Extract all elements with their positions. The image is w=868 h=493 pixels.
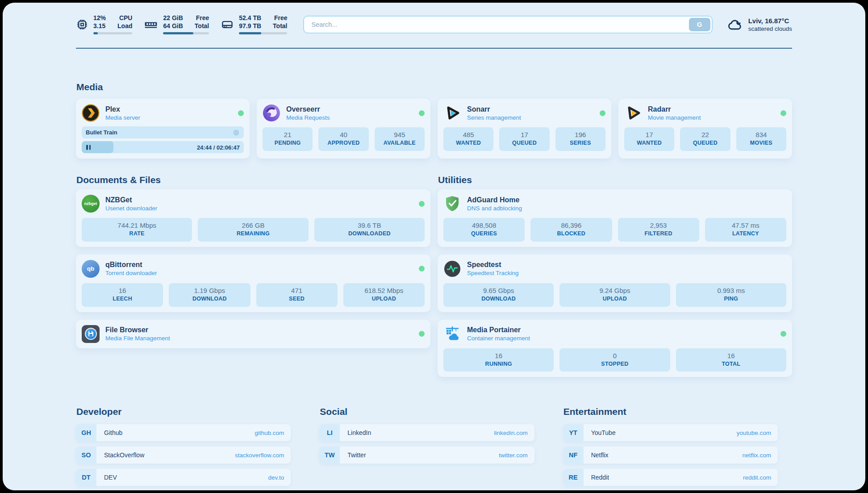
app-card-adguard[interactable]: AdGuard Home DNS and adblocking 498,508Q… [438, 189, 792, 247]
adguard-icon [443, 195, 461, 213]
stat-box: 17WANTED [624, 127, 674, 151]
system-metrics: 12% 3.15 CPU Load [76, 14, 287, 34]
app-name: NZBGet [105, 196, 157, 204]
stat-box: 16LEECH [82, 283, 163, 307]
status-dot [780, 110, 786, 116]
search-input[interactable] [303, 16, 712, 33]
bookmark-name: YouTube [591, 424, 616, 441]
bookmark-name: Twitter [347, 447, 366, 464]
ram-free-value: 22 GiB [163, 14, 183, 22]
stat-box: 618.52 MbpsUPLOAD [343, 283, 425, 307]
filebrowser-icon [82, 325, 100, 343]
stat-box: 47.57 msLATENCY [705, 218, 786, 242]
disk-icon [221, 18, 234, 31]
section-title-entertainment: Entertainment [563, 406, 778, 417]
app-name: qBittorrent [105, 261, 157, 269]
stat-box: 2,953FILTERED [618, 218, 699, 242]
app-card-radarr[interactable]: Radarr Movie management 17WANTED 22QUEUE… [618, 99, 792, 159]
stat-box: 86,396BLOCKED [530, 218, 612, 242]
app-card-speedtest[interactable]: Speedtest Speedtest Tracking 9.65 GbpsDO… [438, 255, 792, 312]
app-card-filebrowser[interactable]: File Browser Media File Management [76, 320, 430, 348]
bookmark-dev[interactable]: DT DEV dev.to [76, 469, 291, 486]
app-card-portainer[interactable]: Media Portainer Container management 16R… [438, 320, 792, 377]
app-subtitle: Usenet downloader [105, 205, 157, 212]
stat-box: 266 GBREMAINING [198, 218, 308, 242]
bookmark-reddit[interactable]: RE Reddit reddit.com [563, 469, 778, 486]
stat-box: 9.65 GbpsDOWNLOAD [443, 283, 554, 307]
bookmark-url: dev.to [268, 469, 284, 486]
status-dot [419, 110, 425, 116]
bookmark-linkedin[interactable]: LI LinkedIn linkedin.com [319, 424, 534, 441]
status-dot [419, 266, 425, 272]
disk-total-label: Total [273, 22, 287, 30]
section-title-media: Media [76, 82, 792, 92]
bookmark-group-developer: Developer GH Github github.com SO StackO… [76, 406, 291, 486]
stat-box: 834MOVIES [736, 127, 786, 151]
app-subtitle: Media server [105, 114, 140, 121]
stat-box: 0.993 msPING [676, 283, 786, 307]
bookmark-name: Netflix [591, 447, 609, 464]
app-subtitle: Series management [467, 114, 521, 121]
app-card-overseerr[interactable]: Overseerr Media Requests 21PENDING 40APP… [257, 99, 430, 159]
playback-time: 24:44 / 02:06:47 [197, 144, 240, 150]
stat-box: 39.6 TBDOWNLOADED [314, 218, 425, 242]
bookmark-url: linkedin.com [494, 424, 528, 441]
app-card-nzbget[interactable]: nzbget NZBGet Usenet downloader 744.21 M… [76, 189, 430, 247]
stat-box: 40APPROVED [318, 127, 368, 151]
app-name: Sonarr [467, 105, 521, 113]
app-card-plex[interactable]: Plex Media server Bullet Train 24:44 / 0… [76, 99, 250, 159]
stat-box: 945AVAILABLE [375, 127, 425, 151]
cloud-icon [726, 16, 743, 33]
ram-progress-track [163, 32, 209, 34]
radarr-icon [624, 104, 642, 122]
stat-box: 498,508QUERIES [443, 218, 525, 242]
stat-box: 744.21 MbpsRATE [82, 218, 192, 242]
bookmark-group-entertainment: Entertainment YT YouTube youtube.com NF … [563, 406, 778, 486]
bookmark-url: youtube.com [737, 424, 771, 441]
cpu-load-label: Load [117, 22, 132, 30]
disk-progress-track [239, 32, 287, 34]
bookmark-name: DEV [104, 469, 117, 486]
topbar-divider [76, 48, 792, 49]
bookmark-url: netflix.com [742, 447, 771, 464]
sonarr-icon [443, 104, 461, 122]
bookmark-stackoverflow[interactable]: SO StackOverflow stackoverflow.com [76, 447, 291, 464]
app-subtitle: Movie management [648, 114, 701, 121]
bookmark-url: github.com [255, 424, 284, 441]
now-playing-title: Bullet Train [86, 129, 117, 136]
app-card-sonarr[interactable]: Sonarr Series management 485WANTED 17QUE… [438, 99, 611, 159]
session-info-icon[interactable] [233, 129, 240, 136]
cpu-progress-fill [93, 32, 98, 34]
stat-box: 17QUEUED [499, 127, 549, 151]
cpu-metric: 12% 3.15 CPU Load [76, 14, 132, 34]
stat-box: 0STOPPED [559, 348, 670, 372]
stat-box: 22QUEUED [680, 127, 730, 151]
bookmark-url: twitter.com [499, 447, 528, 464]
bookmark-name: LinkedIn [347, 424, 371, 441]
stat-box: 9.24 GbpsUPLOAD [559, 283, 670, 307]
app-name: Speedtest [467, 261, 519, 269]
bookmark-github[interactable]: GH Github github.com [76, 424, 291, 441]
bookmark-name: Github [104, 424, 122, 441]
stat-box: 16RUNNING [443, 348, 554, 372]
now-playing-row: Bullet Train [82, 126, 244, 138]
app-subtitle: Media Requests [286, 114, 330, 121]
ram-total-value: 64 GiB [163, 22, 183, 30]
weather-location-temp: Lviv, 16.87°C [748, 17, 792, 25]
bookmark-netflix[interactable]: NF Netflix netflix.com [563, 447, 778, 464]
top-bar: 12% 3.15 CPU Load [76, 14, 792, 34]
bookmark-abbr: YT [563, 424, 584, 441]
bookmark-youtube[interactable]: YT YouTube youtube.com [563, 424, 778, 441]
dashboard-window: 12% 3.15 CPU Load [3, 3, 865, 490]
bookmark-twitter[interactable]: TW Twitter twitter.com [319, 447, 534, 464]
weather-widget: Lviv, 16.87°C scattered clouds [726, 16, 792, 33]
app-name: Overseerr [286, 105, 330, 113]
app-subtitle: Container management [467, 335, 530, 342]
search-provider-button[interactable]: G [689, 18, 710, 31]
app-card-qbittorrent[interactable]: qb qBittorrent Torrent downloader 16LEEC… [76, 255, 430, 312]
section-utilities: Utilities AdGuard Home DNS and adblockin… [438, 175, 792, 377]
disk-free-label: Free [273, 14, 287, 22]
cpu-label: CPU [117, 14, 132, 22]
section-title-documents: Documents & Files [76, 175, 430, 185]
ram-total-label: Total [195, 22, 209, 30]
